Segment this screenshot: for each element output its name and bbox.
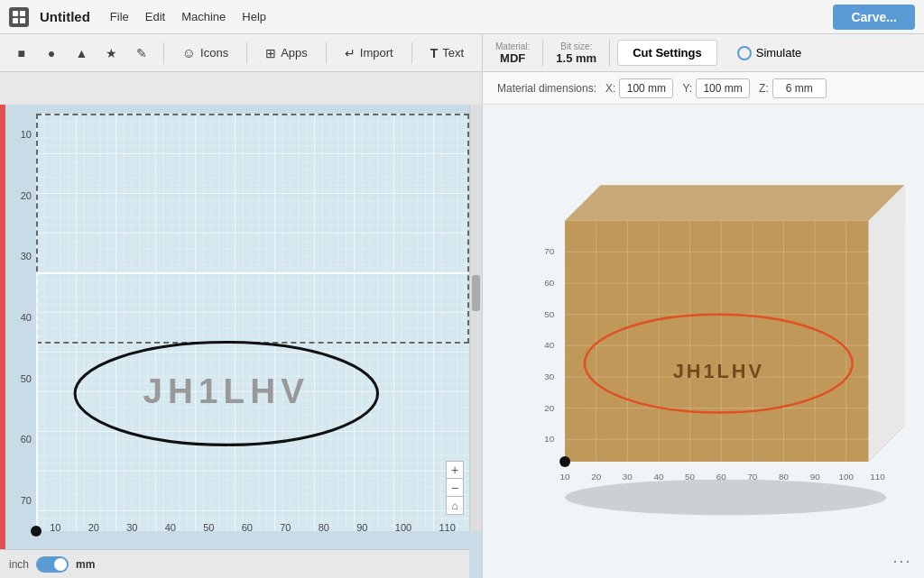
cut-settings-button[interactable]: Cut Settings — [617, 40, 717, 66]
z-label: Z: — [759, 82, 769, 95]
titlebar: Untitled File Edit Machine Help Carve... — [0, 0, 924, 34]
info-bar: Material: MDF Bit size: 1.5 mm Cut Setti… — [482, 34, 924, 72]
y-label-30: 30 — [21, 252, 32, 261]
menu-edit[interactable]: Edit — [145, 10, 165, 23]
preview-3d: JH1LHV 70 60 50 40 30 20 10 10 20 30 40 … — [492, 114, 906, 542]
x-label-100: 100 — [395, 522, 411, 533]
oval-svg: JH1LHV — [70, 331, 383, 456]
y-label-70: 70 — [21, 496, 32, 506]
preview-svg: JH1LHV 70 60 50 40 30 20 10 10 20 30 40 … — [492, 114, 906, 542]
y-label-20: 20 — [21, 191, 32, 201]
svg-rect-3 — [20, 18, 25, 23]
material-group: Material: MDF — [483, 40, 543, 67]
svg-text:20: 20 — [591, 472, 601, 482]
x-label-30: 30 — [126, 522, 137, 533]
menu-help[interactable]: Help — [242, 10, 266, 23]
material-dimensions-bar: Material dimensions: X: Y: Z: — [482, 72, 924, 105]
svg-text:70: 70 — [747, 472, 757, 482]
x-label-10: 10 — [50, 522, 60, 533]
x-label-70: 70 — [280, 522, 291, 533]
menu-nav: File Edit Machine Help — [110, 10, 266, 23]
y-label-10: 10 — [21, 130, 32, 140]
zoom-buttons: + − ⌂ — [446, 461, 464, 515]
app-title: Untitled — [40, 9, 90, 24]
simulate-button[interactable]: Simulate — [725, 41, 815, 66]
svg-rect-1 — [20, 11, 25, 16]
svg-text:10: 10 — [544, 434, 554, 444]
y-label-40: 40 — [21, 313, 32, 323]
y-dim-group: Y: — [682, 78, 750, 98]
svg-text:JH1LHV: JH1LHV — [673, 360, 764, 382]
y-label-50: 50 — [21, 374, 32, 384]
svg-text:30: 30 — [544, 372, 554, 381]
x-label-50: 50 — [203, 522, 214, 533]
zoom-in-button[interactable]: + — [446, 461, 464, 479]
zoom-home-button[interactable]: ⌂ — [446, 497, 464, 515]
import-button[interactable]: ↵ Import — [336, 42, 402, 64]
svg-text:20: 20 — [544, 403, 554, 413]
triangle-icon[interactable]: ▲ — [69, 41, 94, 66]
circle-icon[interactable]: ● — [39, 41, 63, 66]
apps-label: Apps — [281, 46, 308, 60]
simulate-label: Simulate — [756, 46, 802, 60]
bottom-bar: inch mm — [0, 549, 469, 578]
x-label-60: 60 — [242, 522, 253, 533]
icons-label: Icons — [200, 46, 228, 60]
simulate-icon — [737, 46, 752, 60]
x-input[interactable] — [619, 78, 673, 98]
svg-marker-13 — [869, 185, 905, 462]
x-dim-group: X: — [605, 78, 673, 98]
preview-dots-menu[interactable]: ⋮ — [892, 553, 913, 567]
svg-text:30: 30 — [623, 472, 633, 482]
svg-text:80: 80 — [779, 472, 789, 482]
sep4 — [411, 42, 412, 64]
svg-text:90: 90 — [810, 472, 820, 482]
pen-icon[interactable]: ✎ — [129, 41, 153, 66]
design-text: JH1LHV — [143, 371, 310, 409]
apps-button[interactable]: ⊞ Apps — [256, 42, 317, 64]
menu-file[interactable]: File — [110, 10, 129, 23]
svg-marker-6 — [565, 185, 904, 221]
text-button[interactable]: T Text — [421, 42, 473, 64]
scrollbar-thumb[interactable] — [472, 275, 480, 311]
app-icon — [9, 7, 29, 27]
svg-text:40: 40 — [653, 472, 663, 482]
apps-icon: ⊞ — [265, 46, 276, 60]
svg-text:50: 50 — [544, 309, 554, 319]
x-label-40: 40 — [165, 522, 176, 533]
star-icon[interactable]: ★ — [99, 41, 124, 66]
carve-button[interactable]: Carve... — [833, 5, 915, 30]
text-label: Text — [442, 46, 464, 60]
main-area: 70 60 50 40 30 20 10 JH1LHV — [0, 105, 924, 578]
svg-rect-0 — [13, 11, 18, 16]
icons-button[interactable]: ☺ Icons — [173, 41, 237, 64]
preview-area: JH1LHV 70 60 50 40 30 20 10 10 20 30 40 … — [482, 105, 924, 578]
svg-text:70: 70 — [544, 246, 554, 256]
text-icon: T — [430, 46, 439, 60]
x-label-90: 90 — [356, 522, 367, 533]
mat-dim-label: Material dimensions: — [497, 82, 596, 95]
material-label: Material: — [495, 41, 530, 51]
import-icon: ↵ — [345, 46, 356, 60]
unit-toggle[interactable] — [36, 556, 69, 573]
z-input[interactable] — [772, 78, 827, 98]
y-label: Y: — [682, 82, 692, 95]
x-label: X: — [605, 82, 615, 95]
x-axis-labels: 10 20 30 40 50 60 70 80 90 100 110 — [36, 522, 469, 533]
zoom-out-button[interactable]: − — [446, 479, 464, 497]
toolbar: ■ ● ▲ ★ ✎ ☺ Icons ⊞ Apps ↵ Import T Text — [0, 34, 482, 72]
canvas-area[interactable]: 70 60 50 40 30 20 10 JH1LHV — [0, 105, 482, 578]
menu-machine[interactable]: Machine — [181, 10, 226, 23]
svg-rect-2 — [13, 18, 18, 23]
grid-wrapper: JH1LHV — [36, 114, 469, 531]
svg-marker-12 — [565, 221, 868, 462]
y-axis-labels: 70 60 50 40 30 20 10 — [0, 105, 36, 531]
x-label-20: 20 — [88, 522, 99, 533]
svg-text:100: 100 — [839, 472, 855, 482]
oval-design: JH1LHV — [70, 331, 383, 456]
y-input[interactable] — [696, 78, 750, 98]
svg-text:10: 10 — [560, 472, 570, 482]
unit-mm-label: mm — [76, 558, 95, 571]
vertical-scrollbar[interactable] — [469, 105, 482, 531]
square-icon[interactable]: ■ — [9, 41, 33, 66]
